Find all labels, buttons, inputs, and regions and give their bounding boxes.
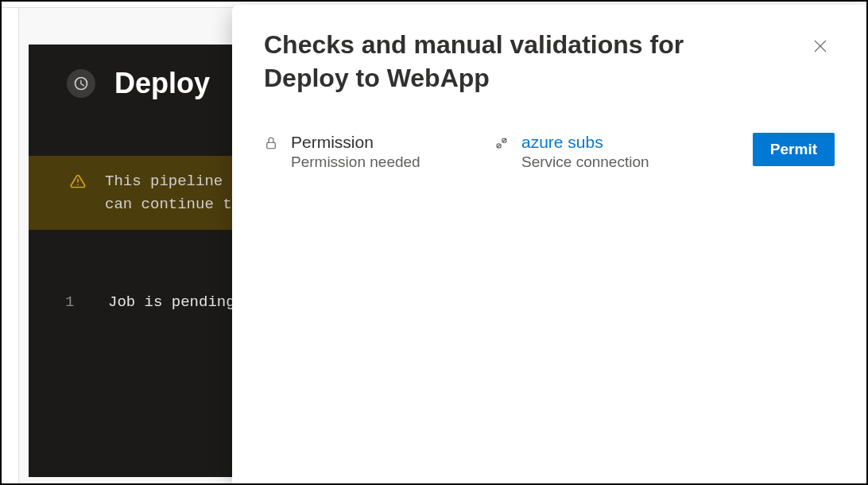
resource-link[interactable]: azure subs	[521, 133, 649, 152]
log-line-number: 1	[65, 293, 108, 311]
check-row: Permission Permission needed azure subs …	[264, 133, 835, 171]
svg-rect-4	[267, 142, 276, 149]
permission-info: Permission Permission needed	[291, 133, 420, 171]
close-icon	[812, 45, 828, 56]
dialog-title: Checks and manual validations for Deploy…	[264, 29, 757, 95]
resource-info: azure subs Service connection	[521, 133, 649, 171]
log-text: Job is pending	[108, 293, 235, 311]
lock-icon	[264, 136, 278, 153]
permission-subtitle: Permission needed	[291, 153, 420, 171]
permission-column: Permission Permission needed	[264, 133, 494, 171]
warning-message: This pipeline can continue t	[105, 170, 232, 215]
resource-column: azure subs Service connection	[494, 133, 709, 171]
job-title: Deploy	[114, 67, 210, 100]
permission-title: Permission	[291, 133, 420, 152]
resource-type: Service connection	[521, 153, 649, 171]
clock-icon	[67, 69, 95, 98]
action-column: Permit	[753, 133, 835, 166]
plug-icon	[494, 136, 509, 153]
left-sidebar	[2, 8, 19, 485]
warning-icon	[70, 173, 86, 192]
checks-dialog: Checks and manual validations for Deploy…	[232, 5, 866, 485]
permit-button[interactable]: Permit	[753, 133, 835, 166]
close-button[interactable]	[806, 32, 835, 63]
dialog-header: Checks and manual validations for Deploy…	[264, 29, 835, 95]
